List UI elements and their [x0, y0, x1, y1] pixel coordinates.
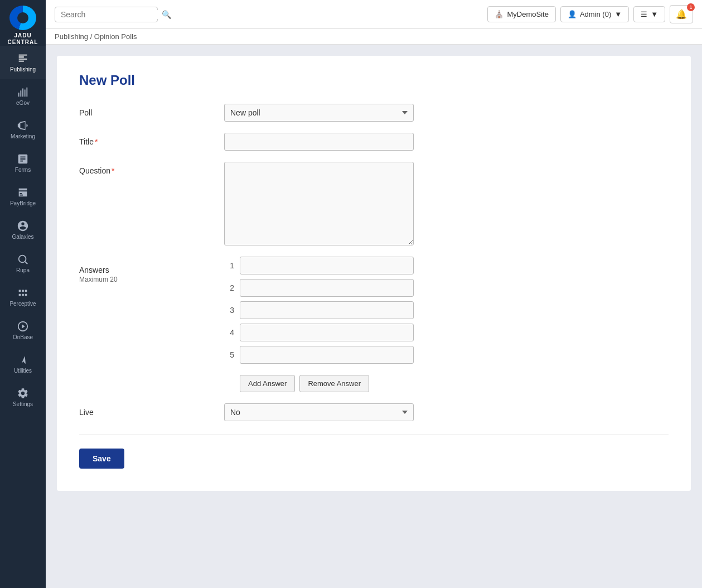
sidebar-item-forms[interactable]: Forms — [0, 146, 46, 180]
main-wrapper: 🔍 ⛪ MyDemoSite 👤 Admin (0) ▼ ☰ ▼ 🔔 1 Pub — [46, 0, 702, 588]
sidebar-item-galaxies[interactable]: Galaxies — [0, 213, 46, 247]
sidebar-label-galaxies: Galaxies — [12, 234, 34, 240]
answer-row-5: 5 — [224, 346, 414, 364]
app-name: JADU CENTRAL — [8, 32, 38, 46]
sidebar-item-egov[interactable]: eGov — [0, 79, 46, 113]
publishing-icon — [17, 52, 29, 65]
content-area: New Poll Poll New poll Title* Question* — [46, 45, 702, 588]
answers-row: Answers Maximum 20 1 2 3 — [79, 257, 669, 392]
live-select[interactable]: No Yes — [224, 403, 414, 421]
actions-button[interactable]: ☰ ▼ — [633, 6, 665, 22]
answers-label: Answers — [79, 266, 224, 274]
answers-label-container: Answers Maximum 20 — [79, 257, 224, 283]
search-icon: 🔍 — [162, 10, 171, 19]
forms-icon — [17, 153, 29, 165]
logo-icon — [9, 6, 36, 30]
page-title: New Poll — [79, 73, 669, 88]
answer-row-4: 4 — [224, 324, 414, 341]
sidebar-label-settings: Settings — [13, 402, 33, 407]
answer-num-5: 5 — [224, 350, 234, 359]
sidebar-item-paybridge[interactable]: PayBridge — [0, 180, 46, 213]
remove-answer-button[interactable]: Remove Answer — [299, 375, 369, 392]
sidebar-label-rupa: Rupa — [16, 268, 30, 273]
question-textarea[interactable] — [224, 162, 414, 245]
form-card: New Poll Poll New poll Title* Question* — [57, 56, 691, 491]
breadcrumb-parent[interactable]: Publishing — [55, 32, 88, 41]
actions-icon: ☰ — [641, 10, 647, 18]
sidebar: JADU CENTRAL Publishing eGov Marketing F… — [0, 0, 46, 588]
answer-num-2: 2 — [224, 283, 234, 292]
answer-num-1: 1 — [224, 261, 234, 270]
sidebar-item-settings[interactable]: Settings — [0, 380, 46, 414]
admin-icon: 👤 — [568, 10, 577, 18]
save-button[interactable]: Save — [79, 449, 124, 469]
question-label: Question* — [79, 162, 224, 175]
perceptive-icon — [17, 287, 29, 299]
title-label: Title* — [79, 133, 224, 146]
answer-row-2: 2 — [224, 279, 414, 297]
sidebar-label-forms: Forms — [15, 167, 31, 173]
answer-input-1[interactable] — [240, 257, 414, 274]
admin-button[interactable]: 👤 Admin (0) ▼ — [560, 6, 629, 22]
header-right: ⛪ MyDemoSite 👤 Admin (0) ▼ ☰ ▼ 🔔 1 — [487, 5, 693, 23]
paybridge-icon — [17, 186, 29, 199]
rupa-icon — [17, 253, 29, 266]
answer-row-1: 1 — [224, 257, 414, 274]
svg-line-1 — [25, 262, 27, 264]
sidebar-item-rupa[interactable]: Rupa — [0, 247, 46, 280]
answer-buttons: Add Answer Remove Answer — [240, 375, 414, 392]
notification-badge: 1 — [687, 3, 695, 11]
sidebar-label-publishing: Publishing — [10, 67, 36, 73]
search-input[interactable] — [61, 10, 158, 19]
sidebar-label-marketing: Marketing — [11, 134, 35, 139]
sidebar-item-publishing[interactable]: Publishing — [0, 46, 46, 79]
admin-label: Admin (0) — [580, 10, 611, 18]
title-row: Title* — [79, 133, 669, 151]
sidebar-item-perceptive[interactable]: Perceptive — [0, 280, 46, 314]
galaxies-icon — [17, 220, 29, 232]
actions-chevron-icon: ▼ — [651, 10, 658, 18]
answers-inputs: 1 2 3 4 5 — [224, 257, 414, 392]
site-icon: ⛪ — [495, 10, 503, 18]
title-input[interactable] — [224, 133, 414, 151]
answer-num-3: 3 — [224, 306, 234, 315]
settings-icon — [17, 387, 29, 399]
svg-marker-3 — [22, 324, 25, 328]
egov-icon — [17, 86, 29, 98]
search-box[interactable]: 🔍 — [55, 7, 158, 22]
site-button[interactable]: ⛪ MyDemoSite — [487, 6, 555, 22]
utilities-icon — [17, 354, 29, 366]
form-divider — [79, 435, 669, 435]
answer-num-4: 4 — [224, 328, 234, 337]
header: 🔍 ⛪ MyDemoSite 👤 Admin (0) ▼ ☰ ▼ 🔔 1 — [46, 0, 702, 29]
live-label: Live — [79, 403, 224, 417]
chevron-down-icon: ▼ — [614, 10, 622, 18]
site-label: MyDemoSite — [507, 10, 548, 18]
poll-row: Poll New poll — [79, 104, 669, 122]
app-logo: JADU CENTRAL — [0, 0, 46, 46]
sidebar-item-onbase[interactable]: OnBase — [0, 314, 46, 347]
add-answer-button[interactable]: Add Answer — [240, 375, 295, 392]
poll-label: Poll — [79, 104, 224, 117]
sidebar-label-paybridge: PayBridge — [10, 201, 36, 206]
answer-input-2[interactable] — [240, 279, 414, 297]
answer-input-4[interactable] — [240, 324, 414, 341]
sidebar-item-marketing[interactable]: Marketing — [0, 113, 46, 146]
answers-sub-label: Maximum 20 — [79, 276, 224, 283]
breadcrumb: Publishing / Opinion Polls — [46, 29, 702, 45]
bell-icon: 🔔 — [676, 9, 687, 19]
sidebar-label-onbase: OnBase — [13, 335, 33, 340]
notifications-button[interactable]: 🔔 1 — [670, 5, 693, 23]
sidebar-label-perceptive: Perceptive — [9, 301, 36, 307]
live-row: Live No Yes — [79, 403, 669, 421]
sidebar-label-egov: eGov — [16, 100, 30, 106]
answer-input-3[interactable] — [240, 301, 414, 319]
answer-row-3: 3 — [224, 301, 414, 319]
sidebar-item-utilities[interactable]: Utilities — [0, 347, 46, 380]
answer-input-5[interactable] — [240, 346, 414, 364]
marketing-icon — [17, 119, 29, 132]
question-row: Question* — [79, 162, 669, 245]
sidebar-label-utilities: Utilities — [14, 368, 32, 374]
poll-select[interactable]: New poll — [224, 104, 414, 122]
onbase-icon — [17, 320, 29, 332]
